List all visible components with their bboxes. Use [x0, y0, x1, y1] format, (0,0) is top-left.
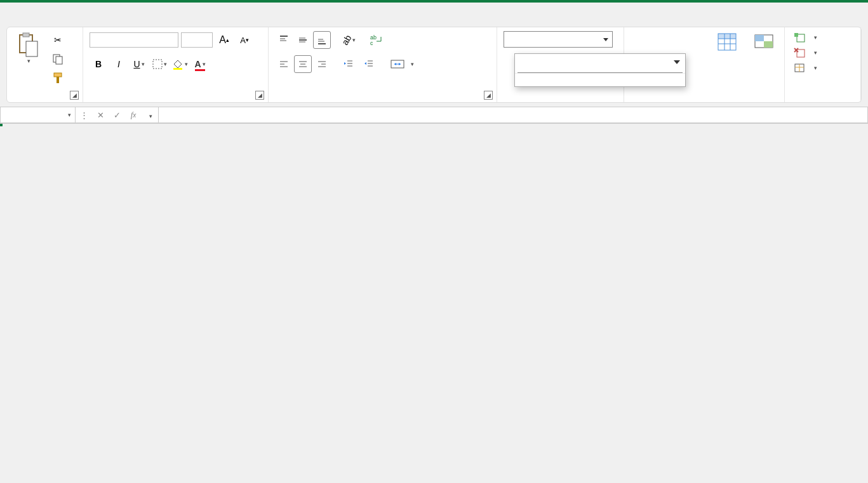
- delete-cells-icon: [794, 48, 805, 58]
- align-top-icon: [279, 35, 289, 45]
- cells-group-label: [791, 98, 854, 101]
- formula-dropdown[interactable]: ▾: [142, 110, 158, 120]
- spreadsheet-grid[interactable]: [0, 123, 868, 124]
- clipboard-dialog-launcher[interactable]: ◢: [70, 91, 79, 100]
- align-top-button[interactable]: [275, 31, 293, 49]
- svg-rect-6: [57, 77, 59, 83]
- svg-rect-8: [173, 68, 182, 70]
- font-dialog-launcher[interactable]: ◢: [255, 91, 264, 100]
- merge-icon: [391, 58, 404, 70]
- cells-delete-button[interactable]: ▾: [791, 46, 854, 59]
- styles-group-label: [645, 98, 778, 101]
- svg-rect-46: [718, 34, 736, 39]
- font-size-select[interactable]: [181, 32, 213, 48]
- svg-marker-39: [394, 63, 396, 65]
- svg-rect-48: [755, 35, 764, 41]
- align-left-icon: [279, 59, 289, 69]
- align-right-icon: [317, 59, 327, 69]
- name-box[interactable]: ▾: [1, 107, 76, 122]
- orientation-icon: ab: [340, 33, 354, 46]
- font-group-label: [90, 73, 262, 76]
- insert-function-split[interactable]: ⋮: [76, 110, 92, 120]
- ribbon-group-font: A▴ A▾ B I U▾ ▾ ▾ A ▾ ◢: [83, 27, 269, 102]
- svg-rect-1: [23, 33, 29, 37]
- wrap-text-icon: abc: [370, 34, 384, 46]
- increase-font-button[interactable]: A▴: [215, 31, 233, 49]
- svg-marker-32: [344, 62, 346, 65]
- align-bottom-icon: [317, 35, 327, 45]
- cancel-formula-button[interactable]: ✕: [92, 110, 109, 120]
- selection-border: [0, 124, 3, 126]
- decrease-font-button[interactable]: A▾: [236, 31, 253, 49]
- increase-indent-button[interactable]: [360, 55, 378, 73]
- indent-icon: [364, 59, 374, 69]
- formula-input[interactable]: [158, 107, 867, 122]
- svg-rect-7: [153, 60, 162, 69]
- chevron-down-icon: ▾: [27, 58, 30, 64]
- svg-rect-52: [797, 50, 805, 57]
- alignment-group-label: [275, 73, 490, 76]
- decrease-indent-button[interactable]: [340, 55, 357, 73]
- align-middle-button[interactable]: [294, 31, 312, 49]
- align-middle-icon: [298, 35, 308, 45]
- orientation-button[interactable]: ab▾: [340, 31, 357, 49]
- align-left-button[interactable]: [275, 55, 293, 73]
- clipboard-group-label: [13, 98, 76, 101]
- number-format-combo-open[interactable]: [517, 55, 683, 73]
- paste-button[interactable]: ▾: [13, 31, 43, 65]
- font-name-select[interactable]: [90, 32, 178, 48]
- svg-text:c: c: [370, 40, 373, 46]
- paintbrush-icon: [51, 72, 64, 84]
- cell-styles-icon: [754, 32, 774, 51]
- borders-button[interactable]: ▾: [150, 55, 168, 73]
- menubar: [0, 3, 868, 23]
- ribbon-group-alignment: ab▾ abc ▾ ◢: [269, 27, 497, 102]
- align-center-icon: [298, 59, 308, 69]
- fill-color-button[interactable]: ▾: [171, 55, 189, 73]
- ribbon-group-clipboard: ▾ ✂ ◢: [7, 27, 83, 102]
- number-format-combo[interactable]: [504, 31, 613, 48]
- merge-center-button[interactable]: ▾: [391, 58, 414, 70]
- copy-icon: [52, 53, 63, 65]
- cells-format-button[interactable]: ▾: [791, 62, 854, 74]
- outdent-icon: [344, 59, 354, 69]
- cells-insert-button[interactable]: ▾: [791, 31, 854, 44]
- insert-cells-icon: [794, 32, 805, 43]
- ribbon-group-cells: ▾ ▾ ▾: [785, 27, 861, 102]
- formula-bar: ▾ ⋮ ✕ ✓ fx ▾: [0, 107, 868, 123]
- cell-styles-button[interactable]: [750, 31, 778, 53]
- clipboard-icon: [17, 32, 39, 58]
- cut-button[interactable]: ✂: [49, 31, 67, 49]
- underline-button[interactable]: U▾: [130, 55, 148, 73]
- svg-marker-36: [364, 62, 366, 65]
- table-icon: [717, 32, 737, 51]
- font-color-button[interactable]: A ▾: [191, 55, 209, 73]
- svg-rect-5: [54, 73, 62, 77]
- fx-button[interactable]: fx: [125, 110, 142, 120]
- font-color-icon: A: [194, 59, 201, 69]
- svg-rect-2: [26, 41, 37, 56]
- enter-formula-button[interactable]: ✓: [109, 110, 125, 120]
- format-cells-icon: [794, 63, 805, 73]
- svg-marker-40: [399, 63, 401, 65]
- svg-rect-4: [56, 56, 62, 64]
- scissors-icon: ✂: [54, 35, 62, 45]
- format-painter-button[interactable]: [49, 69, 67, 87]
- chevron-down-icon: ▾: [68, 112, 71, 118]
- ribbon: ▾ ✂ ◢ A▴ A▾ B I U▾: [6, 27, 862, 103]
- wrap-text-button[interactable]: abc: [370, 34, 387, 46]
- align-bottom-button[interactable]: [313, 31, 331, 49]
- alignment-dialog-launcher[interactable]: ◢: [484, 91, 493, 100]
- bucket-icon: [172, 58, 184, 70]
- copy-button[interactable]: [49, 50, 67, 68]
- svg-rect-51: [794, 33, 798, 37]
- align-right-button[interactable]: [313, 55, 331, 73]
- align-center-button[interactable]: [294, 55, 312, 73]
- bold-button[interactable]: B: [90, 55, 107, 73]
- svg-rect-49: [764, 41, 773, 48]
- borders-icon: [152, 59, 163, 69]
- format-as-table-button[interactable]: [713, 31, 741, 53]
- number-format-dropdown: ▲ ▼: [514, 53, 686, 87]
- more-number-formats[interactable]: [515, 73, 685, 86]
- italic-button[interactable]: I: [110, 55, 128, 73]
